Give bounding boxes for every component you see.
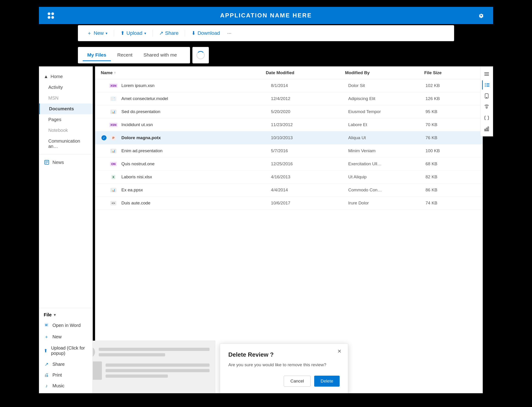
context-open-word[interactable]: W Open in Word bbox=[39, 320, 93, 331]
file-modified-by: Minim Veniam bbox=[348, 148, 426, 153]
file-rows: XSN Lorem ipsum.xsn 8/1/2014 Dolor Sit 1… bbox=[95, 79, 483, 210]
table-row[interactable]: XSN Lorem ipsum.xsn 8/1/2014 Dolor Sit 1… bbox=[95, 79, 483, 92]
file-size: 82 KB bbox=[426, 174, 477, 180]
news-label: News bbox=[52, 160, 64, 165]
file-type-icon: ON bbox=[110, 160, 117, 167]
file-type-icon: 📊 bbox=[110, 108, 117, 115]
more-button[interactable]: ··· bbox=[225, 28, 234, 38]
svg-point-20 bbox=[486, 97, 487, 98]
file-modified-by: Ut Aliquip bbox=[348, 174, 426, 180]
table-row[interactable]: XSN Incididunt ut.xsn 11/23/2012 Labore … bbox=[95, 118, 483, 131]
file-checkbox[interactable] bbox=[101, 174, 107, 180]
tab-shared-with-me[interactable]: Shared with me bbox=[139, 49, 181, 61]
file-name-col: XSN Incididunt ut.xsn bbox=[110, 121, 271, 128]
music-icon: ♪ bbox=[44, 383, 49, 388]
sidebar-divider bbox=[39, 154, 93, 154]
view-hamburger-button[interactable] bbox=[482, 69, 491, 78]
file-name-col: 📊 Enim ad.presentation bbox=[110, 148, 271, 154]
context-share[interactable]: ↗ Share bbox=[39, 359, 93, 370]
svg-rect-14 bbox=[486, 85, 489, 85]
table-row[interactable]: <> Duis aute.code 10/6/2017 Irure Dolor … bbox=[95, 197, 483, 210]
context-print[interactable]: 🖨 Print bbox=[39, 370, 93, 380]
table-row[interactable]: 📄 Amet consectetur.model 12/4/2012 Adipi… bbox=[95, 92, 483, 105]
open-word-label: Open in Word bbox=[52, 323, 81, 328]
delete-button[interactable]: Delete bbox=[314, 376, 340, 387]
dialog-actions: Cancel Delete bbox=[228, 376, 340, 387]
share-button[interactable]: ↗ Share bbox=[156, 28, 182, 38]
file-checkbox[interactable] bbox=[101, 187, 107, 193]
sidebar-item-notebook[interactable]: Notebook bbox=[39, 125, 93, 136]
sidebar-item-activity[interactable]: Activity bbox=[39, 82, 93, 93]
view-braces-button[interactable] bbox=[482, 113, 491, 123]
separator-1 bbox=[114, 30, 114, 37]
file-checkbox[interactable] bbox=[101, 82, 107, 89]
tab-my-files[interactable]: My Files bbox=[83, 49, 111, 61]
cancel-button[interactable]: Cancel bbox=[284, 376, 310, 387]
new-context-label: New bbox=[52, 334, 62, 339]
file-size: 74 KB bbox=[426, 201, 477, 206]
file-name: Dolore magna.potx bbox=[121, 135, 271, 140]
new-chevron-icon: ▾ bbox=[106, 31, 107, 35]
share-context-icon: ↗ bbox=[44, 361, 49, 367]
file-checkbox[interactable] bbox=[101, 148, 107, 154]
view-broadcast-button[interactable] bbox=[482, 102, 491, 111]
table-row[interactable]: 📊 Ex ea.ppsx 4/4/2014 Commodo Con… 86 KB bbox=[95, 184, 483, 197]
view-phone-button[interactable] bbox=[482, 91, 491, 101]
file-checkbox[interactable] bbox=[101, 122, 107, 128]
download-button[interactable]: ⬇ Download bbox=[188, 28, 223, 38]
context-new[interactable]: ＋ New bbox=[39, 331, 93, 343]
file-type-icon: XSN bbox=[110, 82, 117, 89]
sidebar-item-news[interactable]: News bbox=[39, 157, 93, 168]
file-name: Ex ea.ppsx bbox=[121, 188, 271, 193]
svg-text:W: W bbox=[45, 324, 48, 326]
preview-line-5 bbox=[106, 375, 168, 378]
table-row[interactable]: 📊 Sed do.presentation 5/20/2020 Eiusmod … bbox=[95, 105, 483, 118]
svg-rect-16 bbox=[485, 83, 486, 84]
right-toolbar bbox=[480, 66, 493, 136]
table-row[interactable]: 📊 Enim ad.presentation 5/7/2016 Minim Ve… bbox=[95, 144, 483, 157]
home-label: Home bbox=[51, 74, 63, 79]
file-name: Incididunt ut.xsn bbox=[121, 122, 271, 127]
file-checkbox[interactable]: ✓ bbox=[101, 135, 107, 141]
file-date: 11/23/2012 bbox=[271, 122, 348, 127]
table-row[interactable]: X Laboris nisi.xlsx 4/16/2013 Ut Aliquip… bbox=[95, 171, 483, 184]
col-name-label: Name bbox=[101, 70, 113, 75]
sidebar-home[interactable]: ▲ Home bbox=[44, 71, 88, 82]
new-button[interactable]: ＋ New ▾ bbox=[84, 28, 111, 39]
file-name-col: XSN Lorem ipsum.xsn bbox=[110, 82, 271, 89]
file-type-icon: 📊 bbox=[110, 187, 117, 193]
settings-icon[interactable] bbox=[476, 10, 486, 21]
sort-arrow-icon: ↑ bbox=[114, 71, 116, 75]
sidebar-item-msn[interactable]: MSN bbox=[39, 93, 93, 103]
file-checkbox[interactable] bbox=[101, 109, 107, 115]
context-header[interactable]: File ▾ bbox=[39, 310, 93, 320]
sidebar-item-documents[interactable]: Documents bbox=[39, 103, 93, 114]
view-chart-button[interactable] bbox=[482, 124, 491, 133]
dialog-close-button[interactable]: ✕ bbox=[335, 347, 343, 355]
share-label: Share bbox=[165, 30, 179, 36]
more-icon: ··· bbox=[227, 30, 231, 36]
context-upload[interactable]: ⬆ Upload (Click for popup) bbox=[39, 343, 93, 359]
file-checkbox[interactable] bbox=[101, 95, 107, 102]
view-list-button[interactable] bbox=[482, 80, 491, 89]
share-context-label: Share bbox=[52, 362, 64, 367]
col-modified-label: Modified By bbox=[345, 70, 424, 75]
file-modified-by: Dolor Sit bbox=[348, 83, 426, 88]
sidebar-item-communication[interactable]: Communication an… bbox=[39, 136, 93, 152]
app-logo[interactable] bbox=[46, 10, 56, 21]
tab-recent[interactable]: Recent bbox=[113, 49, 137, 61]
svg-rect-12 bbox=[484, 75, 489, 76]
file-checkbox[interactable] bbox=[101, 200, 107, 206]
file-date: 10/6/2017 bbox=[271, 201, 348, 206]
file-size: 68 KB bbox=[426, 161, 477, 166]
table-row[interactable]: ON Quis nostrud.one 12/25/2016 Exercitat… bbox=[95, 157, 483, 171]
upload-button[interactable]: ⬆ Upload ▾ bbox=[117, 28, 149, 38]
sidebar-item-pages[interactable]: Pages bbox=[39, 114, 93, 125]
file-checkbox[interactable] bbox=[101, 161, 107, 167]
plus-icon: ＋ bbox=[44, 334, 49, 340]
upload-label: Upload bbox=[127, 30, 143, 36]
context-music[interactable]: ♪ Music bbox=[39, 380, 93, 391]
table-row[interactable]: ✓ P Dolore magna.potx 10/10/2013 Aliqua … bbox=[95, 131, 483, 144]
file-size: 70 KB bbox=[426, 122, 477, 127]
print-label: Print bbox=[52, 372, 62, 378]
